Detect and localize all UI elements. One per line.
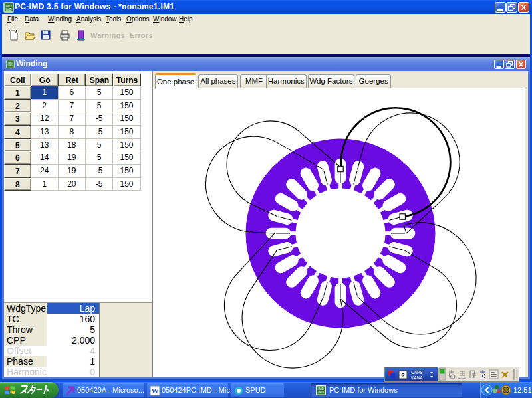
svg-text:CAPS: CAPS [411, 370, 423, 375]
svg-text:?: ? [401, 372, 405, 379]
svg-text:KANA: KANA [411, 375, 423, 380]
svg-text:12:51: 12:51 [513, 386, 532, 394]
svg-text:W: W [152, 387, 159, 395]
svg-text:IMD: IMD [318, 391, 324, 394]
svg-text:IMD: IMD [8, 64, 13, 67]
svg-text:IMD: IMD [5, 7, 12, 11]
